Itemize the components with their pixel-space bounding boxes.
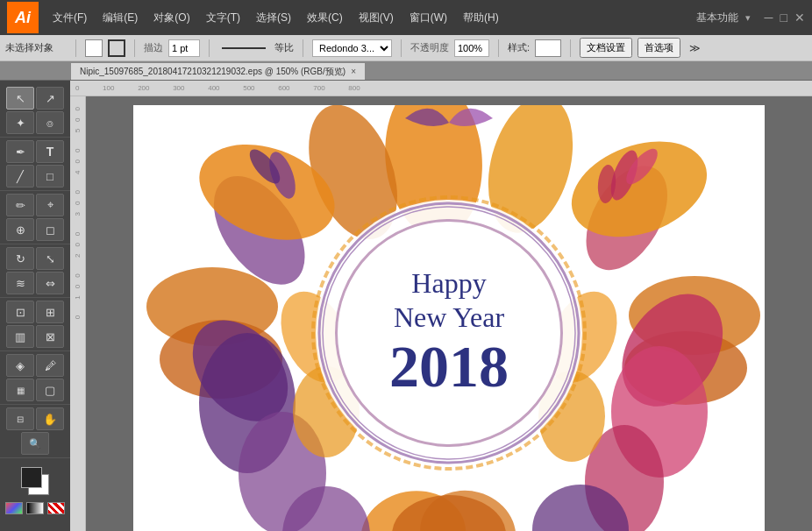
menu-window[interactable]: 窗口(W) (402, 7, 454, 29)
fill-square[interactable] (21, 467, 42, 488)
prefs-button[interactable]: 首选项 (637, 38, 680, 58)
shape-tools-group: ⊡ ⊞ ▥ ⊠ (0, 298, 70, 351)
pencil-tool-button[interactable]: ✏ (6, 194, 34, 216)
maximize-button[interactable]: □ (780, 11, 787, 25)
close-button[interactable]: ✕ (794, 11, 805, 25)
rect-tool-button[interactable]: □ (36, 165, 64, 188)
mesh-tool-button[interactable]: ⊠ (36, 325, 64, 348)
left-toolbar: ↖ ↗ ✦ ⌾ ✒ T ╱ □ ✏ ⌖ ⊕ (0, 81, 70, 531)
menu-object[interactable]: 对象(O) (146, 7, 196, 29)
gradient-mode-icon[interactable] (26, 502, 44, 514)
graph-tool-button[interactable]: ▦ (6, 379, 34, 401)
more-options-icon[interactable]: ≫ (689, 42, 701, 54)
artboard: Happy New Year 2018 (133, 105, 765, 531)
opacity-input[interactable] (454, 39, 489, 57)
properties-bar: 未选择对象 描边 等比 Redondo 3... 不透明度 样式: 文档设置 首… (0, 35, 812, 61)
menu-help[interactable]: 帮助(H) (456, 7, 506, 29)
transform-tools-group: ↻ ⤡ ≋ ⇔ (0, 244, 70, 298)
menu-effect[interactable]: 效果(C) (300, 7, 350, 29)
minimize-button[interactable]: ─ (765, 11, 773, 25)
eyedropper-tool-button[interactable]: 🖉 (36, 354, 64, 377)
stroke-width-input[interactable] (168, 39, 200, 57)
direct-selection-tool-button[interactable]: ↗ (36, 87, 64, 110)
canvas-content: Happy New Year 2018 (86, 96, 812, 531)
ai-logo-icon: Ai (7, 2, 39, 33)
happy-text: Happy (411, 266, 486, 300)
new-year-text: New Year (394, 301, 504, 334)
color-mode-buttons (5, 502, 65, 514)
view-tools-group: ⊟ ✋ 🔍 (0, 405, 70, 458)
text-tool-button[interactable]: T (36, 140, 64, 163)
line-type-label: 等比 (274, 41, 294, 54)
zoom-tool-button[interactable]: 🔍 (21, 432, 49, 455)
canvas-area[interactable]: 0 100 200 300 400 500 600 700 800 0 100 … (70, 81, 812, 531)
document-tab[interactable]: Nipic_15097685_20180417210321219032.eps … (70, 62, 366, 80)
title-bar: Ai 文件(F) 编辑(E) 对象(O) 文字(T) 选择(S) 效果(C) 视… (0, 0, 812, 35)
tab-close-icon[interactable]: × (351, 67, 356, 76)
menu-view[interactable]: 视图(V) (352, 7, 401, 29)
font-selector[interactable]: Redondo 3... (312, 39, 392, 57)
brush-tool-button[interactable]: ⌖ (36, 194, 64, 216)
workspace-dropdown-icon[interactable]: ▾ (745, 12, 751, 24)
eraser-tool-button[interactable]: ◻ (36, 218, 64, 241)
stroke-label: 描边 (144, 41, 163, 54)
width-tool-button[interactable]: ⇔ (36, 272, 64, 294)
color-mode-icon[interactable] (5, 502, 23, 514)
lasso-tool-button[interactable]: ⌾ (36, 111, 64, 134)
year-text: 2018 (389, 334, 509, 400)
style-color-swatch[interactable] (535, 39, 561, 57)
fill-color-swatch[interactable] (85, 39, 103, 57)
selection-status: 未选择对象 (5, 41, 67, 54)
hand-tool-button[interactable]: ✋ (36, 407, 64, 430)
menu-file[interactable]: 文件(F) (46, 7, 94, 29)
scale-tool-button[interactable]: ⤡ (36, 247, 64, 270)
style-label: 样式: (508, 41, 530, 54)
pen-tool-button[interactable]: ✒ (6, 140, 34, 163)
line-tool-button[interactable]: ╱ (6, 165, 34, 188)
warp-tool-button[interactable]: ≋ (6, 272, 34, 294)
doc-settings-button[interactable]: 文档设置 (580, 38, 632, 58)
tab-bar: Nipic_15097685_20180417210321219032.eps … (0, 61, 812, 81)
menu-select[interactable]: 选择(S) (249, 7, 298, 29)
blend-tool-button[interactable]: ◈ (6, 354, 34, 377)
menu-bar: 文件(F) 编辑(E) 对象(O) 文字(T) 选择(S) 效果(C) 视图(V… (46, 7, 696, 29)
line-style-preview (222, 47, 266, 49)
shapebuilder-tool-button[interactable]: ⊞ (36, 301, 64, 323)
tab-label: Nipic_15097685_20180417210321219032.eps … (80, 66, 345, 78)
workspace-label: 基本功能 (696, 11, 738, 25)
magic-wand-tool-button[interactable]: ✦ (6, 111, 34, 134)
main-area: ↖ ↗ ✦ ⌾ ✒ T ╱ □ ✏ ⌖ ⊕ (0, 81, 812, 531)
selection-tools-group: ↖ ↗ ✦ ⌾ (0, 84, 70, 138)
free-transform-tool-button[interactable]: ⊡ (6, 301, 34, 323)
ruler-left: 0 100 200 300 400 500 (70, 96, 86, 531)
stroke-color-swatch[interactable] (108, 39, 125, 57)
paint-tools-group: ✏ ⌖ ⊕ ◻ (0, 191, 70, 244)
fill-stroke-swatches[interactable] (18, 465, 53, 497)
slice-tool-button[interactable]: ⊟ (6, 407, 34, 430)
selection-tool-button[interactable]: ↖ (6, 87, 34, 110)
artboard-tool-button[interactable]: ▢ (36, 379, 64, 401)
draw-tools-group: ✒ T ╱ □ (0, 138, 70, 191)
utility-tools-group: ◈ 🖉 ▦ ▢ (0, 351, 70, 405)
gradient-tool-button[interactable]: ▥ (6, 325, 34, 348)
color-tools-section (5, 465, 65, 514)
menu-text[interactable]: 文字(T) (199, 7, 247, 29)
menu-edit[interactable]: 编辑(E) (96, 7, 145, 29)
title-right-controls: 基本功能 ▾ ─ □ ✕ (696, 11, 805, 25)
ruler-top: 0 100 200 300 400 500 600 700 800 (70, 81, 812, 96)
center-circle: Happy New Year 2018 (335, 219, 563, 447)
opacity-label: 不透明度 (410, 41, 449, 54)
none-fill-icon[interactable] (47, 502, 65, 514)
rotate-tool-button[interactable]: ↻ (6, 247, 34, 270)
blob-brush-tool-button[interactable]: ⊕ (6, 218, 34, 241)
